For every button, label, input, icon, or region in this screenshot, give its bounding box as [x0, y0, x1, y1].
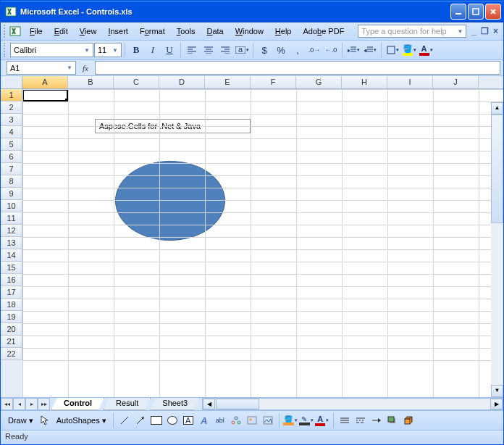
line-button[interactable] [117, 412, 132, 428]
scroll-thumb[interactable] [491, 115, 503, 223]
column-header[interactable]: B [68, 76, 114, 88]
arrow-style-button[interactable] [369, 412, 384, 428]
scroll-up-button[interactable]: ▲ [491, 102, 503, 115]
3d-button[interactable] [401, 412, 416, 428]
column-header[interactable]: F [251, 76, 296, 88]
align-right-button[interactable] [217, 42, 233, 58]
mdi-minimize[interactable]: _ [469, 26, 479, 36]
shadow-button[interactable] [385, 412, 400, 428]
merge-center-button[interactable]: a [234, 42, 250, 58]
row-header[interactable]: 3 [1, 114, 22, 126]
select-all-corner[interactable] [1, 76, 22, 88]
scroll-left-button[interactable]: ◀ [203, 399, 215, 409]
help-search-input[interactable]: Type a question for help▼ [358, 25, 466, 38]
line-style-button[interactable] [337, 412, 352, 428]
row-header[interactable]: 15 [1, 262, 22, 274]
menu-format[interactable]: Format [134, 25, 171, 38]
underline-button[interactable]: U [161, 42, 177, 58]
row-header[interactable]: 17 [1, 286, 22, 299]
increase-decimal-button[interactable]: .0→ [306, 42, 322, 58]
wordart-button[interactable]: A [197, 412, 211, 428]
font-size-select[interactable]: 11▼ [94, 43, 122, 57]
row-header[interactable]: 13 [1, 237, 22, 249]
currency-button[interactable]: $ [256, 42, 272, 58]
autoshapes-menu[interactable]: AutoShapes ▾ [54, 416, 109, 425]
tab-nav-button[interactable]: ▸▸ [38, 398, 50, 410]
row-header[interactable]: 5 [1, 138, 22, 151]
picture-button[interactable] [261, 412, 275, 428]
row-header[interactable]: 2 [1, 101, 22, 114]
row-header[interactable]: 11 [1, 212, 22, 225]
row-header[interactable]: 9 [1, 188, 22, 200]
doc-icon[interactable] [9, 25, 21, 37]
diagram-button[interactable] [229, 412, 243, 428]
row-header[interactable]: 18 [1, 299, 22, 311]
menu-edit[interactable]: Edit [49, 25, 74, 38]
sheet-tab[interactable]: Sheet3 [150, 398, 200, 410]
dash-style-button[interactable] [353, 412, 368, 428]
name-box[interactable]: A1▼ [7, 61, 76, 75]
menu-tools[interactable]: Tools [171, 25, 201, 38]
fill-color-button[interactable]: 🪣 [401, 42, 417, 58]
fill-color-draw-button[interactable]: 🪣 [283, 412, 298, 428]
maximize-button[interactable] [468, 4, 484, 20]
column-header[interactable]: H [342, 76, 387, 88]
menu-window[interactable]: Window [230, 25, 269, 38]
mdi-restore[interactable]: ❐ [479, 26, 491, 36]
column-header[interactable]: D [159, 76, 205, 88]
close-button[interactable] [485, 4, 501, 20]
sheet-tab[interactable]: Result [104, 398, 151, 410]
formula-bar[interactable] [95, 61, 500, 75]
select-objects-button[interactable] [38, 412, 52, 428]
row-header[interactable]: 7 [1, 163, 22, 175]
tab-nav-button[interactable]: ▸ [25, 398, 38, 410]
column-header[interactable]: J [433, 76, 479, 88]
align-left-button[interactable] [184, 42, 200, 58]
row-header[interactable]: 22 [1, 348, 22, 360]
toolbar-grip[interactable] [4, 25, 8, 38]
column-header[interactable]: I [387, 76, 433, 88]
draw-menu[interactable]: Draw ▾ [5, 416, 36, 425]
clipart-button[interactable] [245, 412, 259, 428]
row-header[interactable]: 10 [1, 200, 22, 212]
menu-insert[interactable]: Insert [102, 25, 134, 38]
font-name-select[interactable]: Calibri▼ [10, 43, 93, 57]
row-header[interactable]: 16 [1, 274, 22, 286]
tab-nav-button[interactable]: ◂◂ [1, 398, 13, 410]
scroll-down-button[interactable]: ▼ [491, 385, 503, 397]
row-header[interactable]: 19 [1, 311, 22, 323]
oval-button[interactable] [165, 412, 180, 428]
oval-shape[interactable] [115, 161, 225, 241]
scroll-thumb[interactable] [216, 399, 259, 409]
menu-view[interactable]: View [74, 25, 103, 38]
comma-button[interactable]: , [290, 42, 306, 58]
arrow-button[interactable] [133, 412, 148, 428]
decrease-decimal-button[interactable]: ←.0 [323, 42, 339, 58]
horizontal-scrollbar[interactable]: ◀ ▶ [202, 398, 503, 410]
vertical-scrollbar[interactable]: ▲ ▼ [491, 102, 503, 397]
fx-button[interactable]: fx [77, 64, 93, 72]
toolbar-grip[interactable] [4, 43, 8, 57]
scroll-right-button[interactable]: ▶ [490, 399, 503, 409]
font-color-button[interactable]: A [418, 42, 434, 58]
borders-button[interactable] [385, 42, 400, 58]
column-header[interactable]: G [296, 76, 342, 88]
menu-data[interactable]: Data [201, 25, 229, 38]
italic-button[interactable]: I [145, 42, 161, 58]
row-header[interactable]: 1 [1, 89, 22, 101]
row-header[interactable]: 8 [1, 175, 22, 188]
tab-nav-button[interactable]: ◂ [13, 398, 25, 410]
row-header[interactable]: 21 [1, 336, 22, 348]
row-header[interactable]: 12 [1, 225, 22, 237]
align-center-button[interactable] [201, 42, 217, 58]
menu-help[interactable]: Help [269, 25, 298, 38]
bold-button[interactable]: B [128, 42, 144, 58]
menu-adobe[interactable]: Adobe PDF [297, 25, 350, 38]
column-header[interactable]: E [205, 76, 251, 88]
insert-control-button[interactable]: abl [213, 412, 227, 428]
row-header[interactable]: 14 [1, 249, 22, 262]
cells-area[interactable]: Aspose.Cells for .Net & Java [22, 89, 503, 397]
mdi-close[interactable]: × [491, 26, 500, 36]
font-color-draw-button[interactable]: A [315, 412, 329, 428]
menu-file[interactable]: File [24, 25, 49, 38]
